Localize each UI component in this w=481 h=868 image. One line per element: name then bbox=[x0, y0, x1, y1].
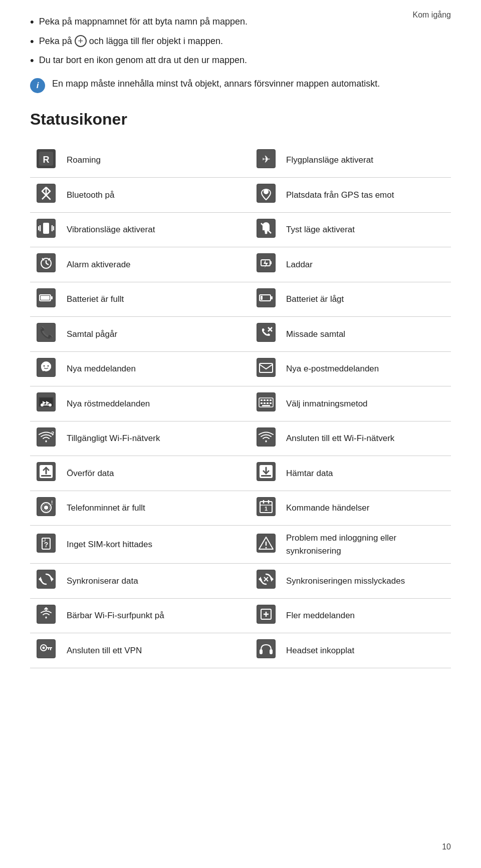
calendar-icon: 1 bbox=[257, 497, 276, 516]
svg-rect-111 bbox=[257, 640, 275, 658]
svg-point-15 bbox=[265, 231, 267, 234]
upload-label: Överför data bbox=[63, 456, 231, 491]
svg-rect-52 bbox=[257, 393, 275, 411]
intro-item-3: • Du tar bort en ikon genom att dra ut d… bbox=[30, 54, 451, 68]
sync-error-label: Problem med inloggning eller synkroniser… bbox=[282, 526, 451, 564]
svg-point-100 bbox=[46, 617, 47, 618]
more-notifications-icon bbox=[257, 605, 276, 624]
input-method-icon bbox=[257, 392, 276, 411]
table-row: Batteriet är fullt Batteriet är lågt bbox=[30, 282, 451, 317]
calendar-label: Kommande händelser bbox=[282, 491, 451, 526]
table-row: Bärbar Wi-Fi-surfpunkt på Fler meddeland… bbox=[30, 598, 451, 633]
table-row: Alarm aktiverade Laddar bbox=[30, 247, 451, 282]
new-msg-label: Nya meddelanden bbox=[63, 351, 231, 386]
svg-text:R: R bbox=[43, 155, 50, 165]
svg-rect-25 bbox=[270, 261, 272, 264]
vibration-icon-cell bbox=[30, 212, 63, 247]
wifi-connected-icon-cell bbox=[250, 421, 282, 456]
no-sim-label: Inget SIM-kort hittades bbox=[63, 526, 231, 564]
missed-call-icon bbox=[257, 323, 276, 342]
top-label: Kom igång bbox=[413, 9, 451, 21]
alarm-icon bbox=[37, 253, 56, 272]
hotspot-icon bbox=[37, 605, 56, 624]
vpn-label: Ansluten till ett VPN bbox=[63, 633, 231, 668]
plus-circle-icon: + bbox=[75, 35, 87, 47]
call-icon: 📞 bbox=[37, 323, 56, 342]
calendar-icon-cell: 1 bbox=[250, 491, 282, 526]
left-icon-cell: R bbox=[30, 143, 63, 178]
new-msg-icon bbox=[37, 358, 56, 377]
svg-rect-36 bbox=[257, 323, 275, 341]
page-number: 10 bbox=[442, 841, 451, 853]
voicemail-icon-cell: ▶▶ bbox=[30, 386, 63, 421]
table-row: Ansluten till ett VPN Headset inkopplat bbox=[30, 633, 451, 668]
roaming-label: Roaming bbox=[63, 143, 231, 178]
svg-rect-58 bbox=[261, 402, 263, 404]
table-row: Nya meddelanden Nya e-postmeddelanden bbox=[30, 351, 451, 386]
sync-error-icon-cell bbox=[250, 526, 282, 564]
intro-list: • Peka på mappnamnet för att byta namn p… bbox=[30, 15, 451, 68]
table-row: 📞 Samtal pågår Missade samtal bbox=[30, 317, 451, 352]
no-sim-icon: ? bbox=[37, 534, 56, 553]
battery-full-icon bbox=[37, 288, 56, 307]
table-row: ? Inget SIM-kort hittades Problem m bbox=[30, 526, 451, 564]
input-method-icon-cell bbox=[250, 386, 282, 421]
silent-label: Tyst läge aktiverat bbox=[282, 212, 451, 247]
svg-point-41 bbox=[44, 365, 45, 366]
voicemail-label: Nya röstmeddelanden bbox=[63, 386, 231, 421]
alarm-label: Alarm aktiverade bbox=[63, 247, 231, 282]
intro-item-2: • Peka på + och lägga till fler objekt i… bbox=[30, 35, 451, 49]
svg-rect-70 bbox=[41, 475, 51, 477]
sync-error-icon bbox=[257, 534, 276, 553]
gps-icon bbox=[257, 184, 276, 203]
svg-rect-57 bbox=[270, 399, 272, 401]
svg-rect-60 bbox=[267, 402, 269, 404]
no-sim-icon-cell: ? bbox=[30, 526, 63, 564]
bullet-1: • bbox=[30, 15, 34, 30]
wifi-available-icon-cell: ? bbox=[30, 421, 63, 456]
table-row: R Roaming ✈ Flygplansläge aktiverat bbox=[30, 143, 451, 178]
bluetooth-label: Bluetooth på bbox=[63, 178, 231, 213]
silent-icon-cell bbox=[250, 212, 282, 247]
table-row: ? Tillgängligt Wi-Fi-nätverk bbox=[30, 421, 451, 456]
hotspot-label: Bärbar Wi-Fi-surfpunkt på bbox=[63, 598, 231, 633]
storage-full-icon-cell: ! bbox=[30, 491, 63, 526]
svg-text:✈: ✈ bbox=[262, 154, 270, 165]
status-table: R Roaming ✈ Flygplansläge aktiverat bbox=[30, 143, 451, 668]
vpn-icon bbox=[37, 639, 56, 658]
new-email-icon bbox=[257, 358, 276, 377]
svg-rect-29 bbox=[41, 296, 50, 300]
sync-failed-icon bbox=[257, 570, 276, 589]
table-row: ▶▶ Nya röstmeddelanden bbox=[30, 386, 451, 421]
upload-icon bbox=[37, 462, 56, 481]
gps-label: Platsdata från GPS tas emot bbox=[282, 178, 451, 213]
bluetooth-icon bbox=[37, 184, 56, 203]
svg-point-90 bbox=[265, 547, 267, 548]
new-email-label: Nya e-postmeddelanden bbox=[282, 351, 451, 386]
vpn-icon-cell bbox=[30, 633, 63, 668]
charging-label: Laddar bbox=[282, 247, 451, 282]
section-title: Statusikoner bbox=[30, 107, 451, 131]
download-label: Hämtar data bbox=[282, 456, 451, 491]
gps-icon-cell bbox=[250, 178, 282, 213]
wifi-connected-label: Ansluten till ett Wi-Fi-nätverk bbox=[282, 421, 451, 456]
headset-icon bbox=[257, 639, 276, 658]
right-icon-cell: ✈ bbox=[250, 143, 282, 178]
svg-rect-56 bbox=[267, 399, 269, 401]
silent-icon bbox=[257, 219, 276, 238]
missed-call-icon-cell bbox=[250, 317, 282, 352]
syncing-label: Synkroniserar data bbox=[63, 564, 231, 599]
svg-point-76 bbox=[44, 506, 48, 510]
info-icon: i bbox=[30, 78, 45, 93]
svg-point-67 bbox=[265, 441, 267, 442]
storage-full-icon: ! bbox=[37, 497, 56, 516]
headset-icon-cell bbox=[250, 633, 282, 668]
intro-text-3: Du tar bort en ikon genom att dra ut den… bbox=[39, 54, 247, 67]
roaming-icon: R bbox=[37, 149, 56, 168]
intro-text-2: Peka på + och lägga till fler objekt i m… bbox=[39, 35, 223, 48]
battery-low-icon-cell bbox=[250, 282, 282, 317]
svg-rect-32 bbox=[271, 296, 273, 299]
new-msg-icon-cell bbox=[30, 351, 63, 386]
download-icon-cell bbox=[250, 456, 282, 491]
info-text: En mapp måste innehålla minst två objekt… bbox=[52, 77, 380, 91]
